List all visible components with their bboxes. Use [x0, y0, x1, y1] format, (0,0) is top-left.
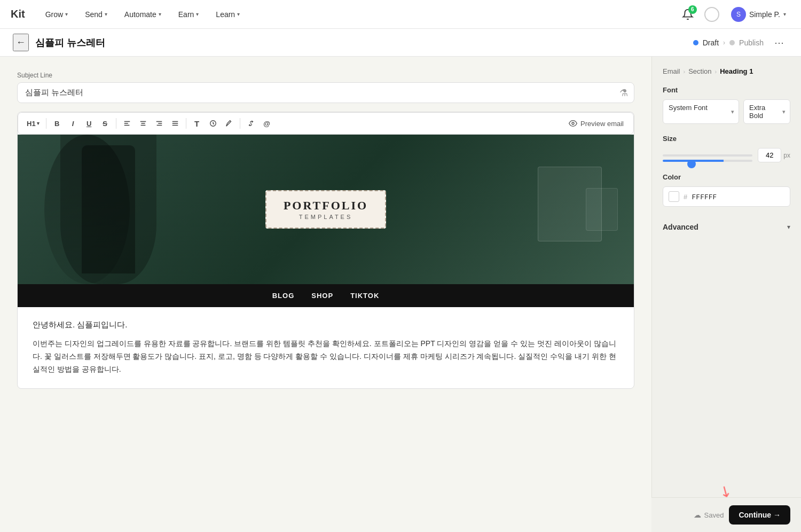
- svg-point-13: [572, 122, 574, 124]
- learn-chevron-icon: ▾: [237, 11, 240, 17]
- highlight-button[interactable]: [206, 116, 221, 131]
- advanced-chevron-icon: ▾: [787, 223, 790, 231]
- publish-label: Publish: [739, 38, 764, 47]
- color-label: Color: [663, 173, 790, 181]
- send-chevron-icon: ▾: [105, 11, 107, 17]
- portfolio-subtitle: TEMPLATES: [284, 214, 368, 220]
- size-section: Size px: [663, 135, 790, 162]
- user-avatar: S: [731, 7, 746, 22]
- email-body-card: H1 ▾ B I U S: [17, 112, 634, 389]
- hash-symbol: #: [684, 193, 687, 201]
- page-title: 심플피 뉴스레터: [35, 36, 687, 49]
- flask-icon[interactable]: ⚗: [619, 87, 628, 99]
- nav-earn[interactable]: Earn ▾: [176, 7, 201, 22]
- font-size-button[interactable]: T: [190, 116, 205, 131]
- editor-panel: Subject Line ⚗ H1 ▾ B I U S: [0, 57, 651, 532]
- nav-shop[interactable]: SHOP: [311, 292, 333, 300]
- user-menu[interactable]: S Simple P. ▾: [727, 5, 790, 24]
- content-area: Subject Line ⚗ H1 ▾ B I U S: [0, 57, 801, 532]
- toolbar-sep-1: [46, 118, 46, 129]
- nav-grow[interactable]: Grow ▾: [43, 7, 70, 22]
- nav-blog[interactable]: BLOG: [272, 292, 295, 300]
- align-right-button[interactable]: [152, 116, 167, 131]
- subject-label: Subject Line: [17, 72, 634, 79]
- toolbar-sep-4: [240, 118, 240, 129]
- advanced-label: Advanced: [663, 223, 698, 231]
- font-row: System Font Extra Bold: [663, 99, 790, 124]
- secondary-header: ← 심플피 뉴스레터 Draft › Publish ⋯: [0, 29, 801, 57]
- size-label: Size: [663, 135, 790, 143]
- color-section: Color # FFFFFF: [663, 173, 790, 207]
- underline-button[interactable]: U: [82, 116, 97, 131]
- more-options-button[interactable]: ⋯: [770, 35, 788, 51]
- font-weight-select[interactable]: Extra Bold: [743, 99, 790, 124]
- publish-dot-icon: [729, 40, 735, 45]
- email-body-text: 이번주는 디자인의 업그레이드를 유용한 자료를 공유합니다. 브랜드를 위한 …: [33, 338, 619, 375]
- breadcrumb-email[interactable]: Email: [663, 67, 680, 75]
- strikethrough-button[interactable]: S: [98, 116, 113, 131]
- size-slider-wrap: [663, 154, 752, 157]
- color-swatch[interactable]: [669, 191, 679, 202]
- size-input[interactable]: [758, 148, 781, 162]
- link-button[interactable]: [244, 116, 258, 131]
- email-nav-bar: BLOG SHOP TIKTOK: [18, 284, 634, 307]
- font-family-select[interactable]: System Font: [663, 99, 739, 124]
- font-section: Font System Font Extra Bold: [663, 86, 790, 124]
- bottom-bar: ☁ Saved Continue →: [651, 497, 801, 532]
- align-center-button[interactable]: [136, 116, 151, 131]
- breadcrumb-current: Heading 1: [720, 67, 753, 75]
- hero-image: PORTFOLIO TEMPLATES: [18, 135, 634, 284]
- nav-icons: 6 S Simple P. ▾: [679, 5, 790, 24]
- nav-learn[interactable]: Learn ▾: [214, 7, 242, 22]
- portfolio-label: PORTFOLIO TEMPLATES: [265, 190, 386, 229]
- toolbar-sep-2: [116, 118, 116, 129]
- draft-label: Draft: [703, 38, 719, 47]
- size-row: px: [663, 148, 790, 162]
- logo: Kit: [11, 8, 25, 20]
- brush-button[interactable]: [222, 116, 237, 131]
- editor-toolbar: H1 ▾ B I U S: [18, 112, 634, 135]
- status-circle-icon: [704, 7, 719, 22]
- back-button[interactable]: ←: [13, 34, 29, 51]
- breadcrumb-sep-2: ›: [715, 68, 717, 75]
- notification-button[interactable]: 6: [679, 5, 697, 24]
- heading-selector[interactable]: H1 ▾: [23, 116, 43, 131]
- top-nav: Kit Grow ▾ Send ▾ Automate ▾ Earn ▾ Lear…: [0, 0, 801, 29]
- breadcrumb-section[interactable]: Section: [688, 67, 711, 75]
- subject-input[interactable]: [17, 82, 634, 103]
- email-content: 안녕하세요. 심플피입니다. 이번주는 디자인의 업그레이드를 유용한 자료를 …: [18, 307, 634, 388]
- continue-button[interactable]: Continue →: [729, 505, 790, 525]
- automate-chevron-icon: ▾: [159, 11, 161, 17]
- portfolio-title: PORTFOLIO: [284, 199, 368, 213]
- subject-input-wrap: ⚗: [17, 82, 634, 103]
- size-slider[interactable]: [663, 160, 752, 162]
- advanced-section[interactable]: Advanced ▾: [663, 217, 790, 237]
- toolbar-inner: H1 ▾ B I U S: [23, 116, 563, 131]
- toolbar-sep-3: [186, 118, 186, 129]
- size-unit: px: [783, 152, 790, 159]
- earn-chevron-icon: ▾: [196, 11, 199, 17]
- size-input-wrap: px: [758, 148, 790, 162]
- breadcrumb-sep-1: ›: [684, 68, 686, 75]
- status-chevron-icon: ›: [723, 39, 725, 46]
- color-row: # FFFFFF: [663, 186, 790, 207]
- notification-badge: 6: [688, 5, 697, 14]
- right-panel: Email › Section › Heading 1 Font System …: [651, 57, 801, 532]
- cloud-icon: ☁: [694, 511, 701, 519]
- nav-tiktok[interactable]: TIKTOK: [350, 292, 379, 300]
- align-left-button[interactable]: [120, 116, 135, 131]
- draft-dot-icon: [693, 40, 698, 45]
- h1-chevron-icon: ▾: [37, 121, 40, 126]
- email-greeting: 안녕하세요. 심플피입니다.: [33, 320, 619, 330]
- saved-status: ☁ Saved: [694, 511, 724, 519]
- italic-button[interactable]: I: [66, 116, 81, 131]
- grow-chevron-icon: ▾: [65, 11, 68, 17]
- mention-button[interactable]: @: [260, 116, 274, 131]
- breadcrumb: Email › Section › Heading 1: [663, 67, 790, 75]
- color-hex-value[interactable]: FFFFFF: [692, 193, 717, 201]
- nav-send[interactable]: Send ▾: [83, 7, 109, 22]
- preview-email-button[interactable]: Preview email: [564, 117, 628, 130]
- nav-automate[interactable]: Automate ▾: [122, 7, 163, 22]
- bold-button[interactable]: B: [50, 116, 65, 131]
- align-justify-button[interactable]: [168, 116, 183, 131]
